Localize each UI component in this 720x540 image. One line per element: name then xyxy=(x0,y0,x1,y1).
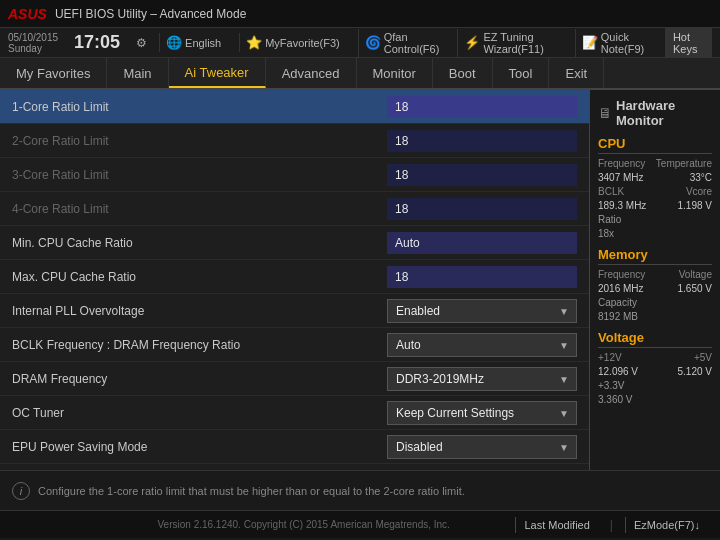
mincache-input[interactable] xyxy=(387,232,577,254)
hw-capacity-label: Capacity xyxy=(598,297,712,308)
octuner-select[interactable]: Keep Current Settings OC Tuner I OC Tune… xyxy=(387,401,577,425)
setting-row-maxcache[interactable]: Max. CPU Cache Ratio xyxy=(0,260,589,294)
time-display: 17:05 xyxy=(74,32,120,53)
eztuning-shortcut[interactable]: ⚡ EZ Tuning Wizard(F11) xyxy=(457,29,562,57)
setting-row-internalpll[interactable]: Internal PLL Overvoltage Enabled Disable… xyxy=(0,294,589,328)
hw-mem-freq-value-row: 2016 MHz 1.650 V xyxy=(598,283,712,294)
last-modified-button[interactable]: Last Modified xyxy=(515,517,597,533)
nav-aitweaker[interactable]: Ai Tweaker xyxy=(169,58,266,88)
top-bar: ASUS UEFI BIOS Utility – Advanced Mode xyxy=(0,0,720,28)
star-icon: ⭐ xyxy=(246,35,262,50)
hotkeys-button[interactable]: Hot Keys xyxy=(665,28,712,58)
hw-ratio-label: Ratio xyxy=(598,214,712,225)
date-display: 05/10/2015 Sunday xyxy=(8,32,58,54)
gear-icon[interactable]: ⚙ xyxy=(136,36,147,50)
setting-row-octuner[interactable]: OC Tuner Keep Current Settings OC Tuner … xyxy=(0,396,589,430)
epupower-select-wrapper: Disabled Enabled xyxy=(387,435,577,459)
note-icon: 📝 xyxy=(582,35,598,50)
internalpll-select[interactable]: Enabled Disabled xyxy=(387,299,577,323)
nav-boot[interactable]: Boot xyxy=(433,58,493,88)
setting-row-dramtiming[interactable]: ▶ DRAM Timing Control xyxy=(0,464,589,470)
nav-main[interactable]: Main xyxy=(107,58,168,88)
setting-row-mincache[interactable]: Min. CPU Cache Ratio xyxy=(0,226,589,260)
ezmode-button[interactable]: EzMode(F7)↓ xyxy=(625,517,708,533)
bclkdram-select-wrapper: Auto 100:133 100:100 xyxy=(387,333,577,357)
dramfreq-select[interactable]: DDR3-2019MHz DDR3-1600MHz DDR3-1866MHz xyxy=(387,367,577,391)
setting-row-core3[interactable]: 3-Core Ratio Limit xyxy=(0,158,589,192)
setting-row-epupower[interactable]: EPU Power Saving Mode Disabled Enabled xyxy=(0,430,589,464)
footer: Version 2.16.1240. Copyright (C) 2015 Am… xyxy=(0,510,720,538)
bios-title: UEFI BIOS Utility – Advanced Mode xyxy=(55,7,246,21)
hw-cpu-freq-value-row: 3407 MHz 33°C xyxy=(598,172,712,183)
hw-12v-value-row: 12.096 V 5.120 V xyxy=(598,366,712,377)
setting-row-core1[interactable]: 1-Core Ratio Limit xyxy=(0,90,589,124)
hw-monitor: 🖥 Hardware Monitor CPU Frequency Tempera… xyxy=(590,90,720,470)
asus-logo: ASUS xyxy=(8,6,47,22)
setting-row-core2[interactable]: 2-Core Ratio Limit xyxy=(0,124,589,158)
settings-panel: 1-Core Ratio Limit 2-Core Ratio Limit 3-… xyxy=(0,90,590,470)
octuner-select-wrapper: Keep Current Settings OC Tuner I OC Tune… xyxy=(387,401,577,425)
hw-ratio-value: 18x xyxy=(598,228,712,239)
hw-bclk-row: BCLK Vcore xyxy=(598,186,712,197)
content-area: 1-Core Ratio Limit 2-Core Ratio Limit 3-… xyxy=(0,90,720,470)
nav-tool[interactable]: Tool xyxy=(493,58,550,88)
hw-mem-freq-row: Frequency Voltage xyxy=(598,269,712,280)
bclkdram-select[interactable]: Auto 100:133 100:100 xyxy=(387,333,577,357)
info-text: Configure the 1-core ratio limit that mu… xyxy=(38,485,465,497)
datetime-bar: 05/10/2015 Sunday 17:05 ⚙ 🌐 English ⭐ My… xyxy=(0,28,720,58)
core2-input[interactable] xyxy=(387,130,577,152)
monitor-icon: 🖥 xyxy=(598,105,612,121)
hw-12v-row: +12V +5V xyxy=(598,352,712,363)
epupower-select[interactable]: Disabled Enabled xyxy=(387,435,577,459)
internalpll-select-wrapper: Enabled Disabled xyxy=(387,299,577,323)
qfan-shortcut[interactable]: 🌀 Qfan Control(F6) xyxy=(358,29,446,57)
dramfreq-select-wrapper: DDR3-2019MHz DDR3-1600MHz DDR3-1866MHz xyxy=(387,367,577,391)
setting-row-core4[interactable]: 4-Core Ratio Limit xyxy=(0,192,589,226)
main-nav: My Favorites Main Ai Tweaker Advanced Mo… xyxy=(0,58,720,90)
info-bar: i Configure the 1-core ratio limit that … xyxy=(0,470,720,510)
lightning-icon: ⚡ xyxy=(464,35,480,50)
hw-bclk-value-row: 189.3 MHz 1.198 V xyxy=(598,200,712,211)
nav-monitor[interactable]: Monitor xyxy=(357,58,433,88)
core3-input[interactable] xyxy=(387,164,577,186)
language-icon: 🌐 xyxy=(166,35,182,50)
maxcache-input[interactable] xyxy=(387,266,577,288)
nav-favorites[interactable]: My Favorites xyxy=(0,58,107,88)
footer-right: Last Modified | EzMode(F7)↓ xyxy=(515,517,708,533)
setting-row-bclkdram[interactable]: BCLK Frequency : DRAM Frequency Ratio Au… xyxy=(0,328,589,362)
quicknote-shortcut[interactable]: 📝 Quick Note(F9) xyxy=(575,29,653,57)
core4-input[interactable] xyxy=(387,198,577,220)
footer-copyright: Version 2.16.1240. Copyright (C) 2015 Am… xyxy=(92,519,515,530)
info-icon: i xyxy=(12,482,30,500)
hw-monitor-title: 🖥 Hardware Monitor xyxy=(598,98,712,128)
hw-memory-label: Memory xyxy=(598,247,712,265)
core1-input[interactable] xyxy=(387,96,577,118)
hw-capacity-value: 8192 MB xyxy=(598,311,712,322)
hw-cpu-label: CPU xyxy=(598,136,712,154)
hw-3v3-label: +3.3V xyxy=(598,380,712,391)
hw-voltage-label: Voltage xyxy=(598,330,712,348)
setting-row-dramfreq[interactable]: DRAM Frequency DDR3-2019MHz DDR3-1600MHz… xyxy=(0,362,589,396)
hw-cpu-freq-row: Frequency Temperature xyxy=(598,158,712,169)
myfavorite-shortcut[interactable]: ⭐ MyFavorite(F3) xyxy=(239,33,346,52)
nav-advanced[interactable]: Advanced xyxy=(266,58,357,88)
hw-3v3-value: 3.360 V xyxy=(598,394,712,405)
language-shortcut[interactable]: 🌐 English xyxy=(159,33,227,52)
fan-icon: 🌀 xyxy=(365,35,381,50)
nav-exit[interactable]: Exit xyxy=(549,58,604,88)
